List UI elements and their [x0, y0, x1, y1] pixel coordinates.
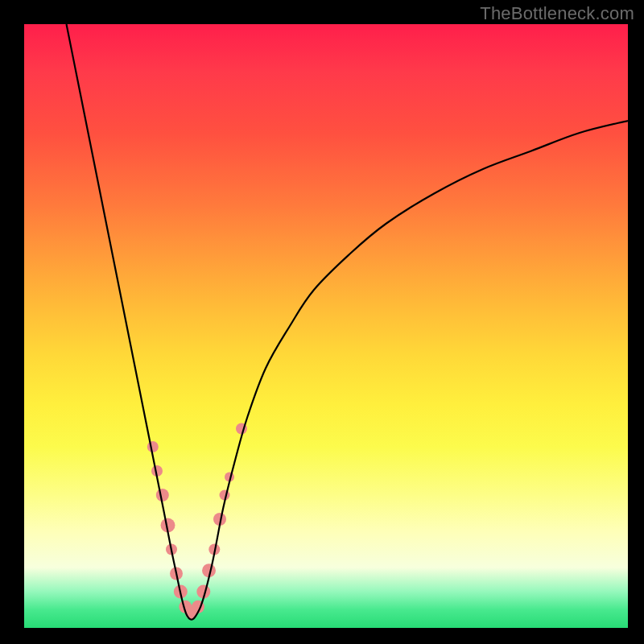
marker-group: [147, 423, 247, 620]
chart-svg: [24, 24, 628, 628]
watermark-text: TheBottleneck.com: [480, 3, 634, 24]
data-marker: [156, 489, 169, 502]
bottleneck-curve-path: [67, 24, 629, 620]
chart-frame: TheBottleneck.com: [0, 0, 644, 644]
data-marker: [147, 441, 159, 452]
chart-plot-area: [24, 24, 628, 628]
